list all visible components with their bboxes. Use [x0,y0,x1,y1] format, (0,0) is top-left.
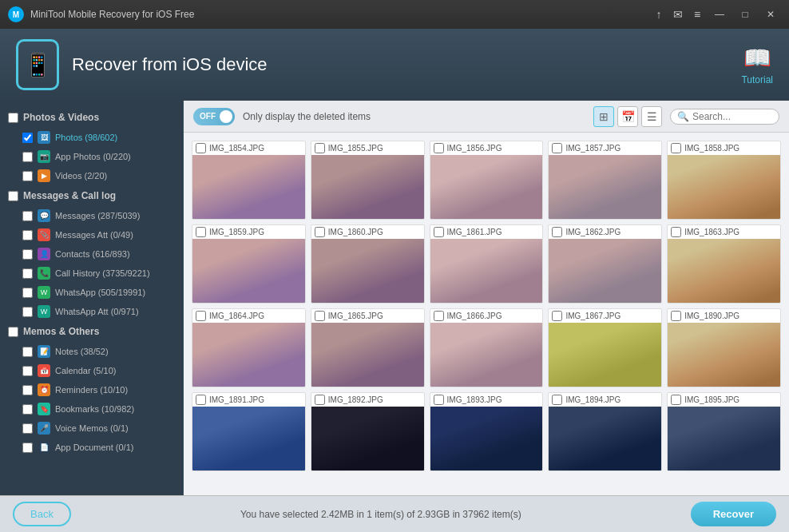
photo-name: IMG_1894.JPG [565,395,620,404]
photo-thumbnail [430,155,543,219]
photo-item[interactable]: IMG_1860.JPG [311,224,425,304]
section-checkbox-photos-videos[interactable] [8,113,18,123]
sidebar-item-contacts[interactable]: 👤 Contacts (616/893) [0,244,183,264]
sidebar-item-photos[interactable]: 🖼 Photos (98/602) [0,128,183,147]
photo-item[interactable]: IMG_1891.JPG [192,392,306,471]
photo-checkbox[interactable] [434,143,444,153]
photo-checkbox[interactable] [552,143,562,153]
item-checkbox-messages[interactable] [22,211,33,221]
menu-icon[interactable]: ≡ [690,7,704,22]
search-input[interactable] [692,111,772,122]
item-checkbox-reminders[interactable] [22,385,33,395]
photo-item[interactable]: IMG_1866.JPG [430,308,544,387]
item-checkbox-notes[interactable] [22,347,33,357]
photo-checkbox[interactable] [434,395,444,405]
photo-checkbox[interactable] [196,227,206,237]
recover-button[interactable]: Recover [691,502,776,526]
photo-checkbox[interactable] [196,395,206,405]
item-checkbox-videos[interactable] [22,171,33,181]
photo-item[interactable]: IMG_1865.JPG [311,308,425,387]
sidebar-item-videos[interactable]: ▶ Videos (2/20) [0,166,183,185]
photo-item[interactable]: IMG_1855.JPG [311,141,425,220]
sidebar-item-messages[interactable]: 💬 Messages (287/5039) [0,206,183,225]
photo-item[interactable]: IMG_1867.JPG [548,308,662,387]
photo-item[interactable]: IMG_1894.JPG [548,392,662,471]
item-checkbox-whatsapp-att[interactable] [22,307,33,317]
sidebar-item-notes[interactable]: 📝 Notes (38/52) [0,342,183,361]
photos-label: Photos (98/602) [55,133,117,142]
mail-icon[interactable]: ✉ [671,7,685,22]
photo-item[interactable]: IMG_1856.JPG [430,141,544,220]
photo-checkbox[interactable] [315,227,325,237]
item-checkbox-app-photos[interactable] [22,152,33,162]
status-text: You have selected 2.42MB in 1 item(s) of… [240,509,521,520]
item-checkbox-whatsapp[interactable] [22,288,33,298]
sidebar-item-messages-att[interactable]: 📎 Messages Att (0/49) [0,225,183,244]
calendar-view-button[interactable]: 📅 [617,106,638,127]
item-checkbox-call-history[interactable] [22,268,33,279]
upload-icon[interactable]: ↑ [652,7,666,22]
item-checkbox-calendar[interactable] [22,366,33,376]
photo-item[interactable]: IMG_1890.JPG [667,308,781,387]
back-button[interactable]: Back [13,502,71,526]
item-checkbox-voice-memos[interactable] [22,423,33,434]
photo-thumbnail [668,407,780,470]
sidebar-item-call-history[interactable]: 📞 Call History (3735/9221) [0,264,183,283]
section-checkbox-memos[interactable] [8,327,18,337]
maximize-button[interactable]: □ [735,4,755,25]
photo-thumbnail [311,323,424,387]
photo-thumbnail [549,323,661,387]
toggle-deleted-button[interactable]: OFF [193,108,235,125]
grid-view-button[interactable]: ⊞ [593,106,614,127]
photo-item[interactable]: IMG_1859.JPG [192,224,306,304]
photo-checkbox[interactable] [434,311,444,321]
sidebar-item-reminders[interactable]: ⏰ Reminders (10/10) [0,380,183,399]
photo-item[interactable]: IMG_1892.JPG [311,392,425,471]
sidebar-item-bookmarks[interactable]: 🔖 Bookmarks (10/982) [0,399,183,419]
tutorial-button[interactable]: 📖 Tutorial [741,45,773,85]
photo-checkbox[interactable] [671,395,681,405]
photo-checkbox[interactable] [552,227,562,237]
photo-checkbox[interactable] [434,227,444,237]
photo-thumbnail [311,407,424,470]
photo-item[interactable]: IMG_1857.JPG [548,141,662,220]
sidebar-item-whatsapp[interactable]: W WhatsApp (505/19991) [0,283,183,302]
sidebar-item-voice-memos[interactable]: 🎤 Voice Memos (0/1) [0,419,183,438]
photo-item[interactable]: IMG_1861.JPG [430,224,544,304]
photo-thumbnail [549,407,661,470]
section-checkbox-messages[interactable] [8,191,18,201]
photo-header: IMG_1863.JPG [668,225,780,239]
photo-checkbox[interactable] [671,311,681,321]
sidebar-item-whatsapp-att[interactable]: W WhatsApp Att (0/971) [0,302,183,321]
toolbar: OFF Only display the deleted items ⊞ 📅 ☰… [184,101,789,133]
photo-item[interactable]: IMG_1895.JPG [667,392,781,471]
photo-checkbox[interactable] [552,395,562,405]
photo-item[interactable]: IMG_1862.JPG [548,224,662,304]
item-checkbox-contacts[interactable] [22,249,33,260]
sidebar-item-app-photos[interactable]: 📷 App Photos (0/220) [0,147,183,166]
photo-item[interactable]: IMG_1858.JPG [667,141,781,220]
photo-checkbox[interactable] [315,311,325,321]
minimize-button[interactable]: — [709,4,730,25]
photo-item[interactable]: IMG_1863.JPG [667,224,781,304]
sidebar-item-app-document[interactable]: 📄 App Document (0/1) [0,438,183,457]
photo-checkbox[interactable] [671,143,681,153]
close-button[interactable]: ✕ [760,4,781,25]
app-photos-icon: 📷 [38,150,50,163]
item-checkbox-messages-att[interactable] [22,230,33,240]
photo-checkbox[interactable] [315,143,325,153]
photo-checkbox[interactable] [196,311,206,321]
photo-checkbox[interactable] [315,395,325,405]
photo-header: IMG_1867.JPG [549,309,661,323]
photo-item[interactable]: IMG_1864.JPG [192,308,306,387]
item-checkbox-app-document[interactable] [22,443,33,453]
list-view-button[interactable]: ☰ [641,106,662,127]
photo-checkbox[interactable] [552,311,562,321]
sidebar-item-calendar[interactable]: 📅 Calendar (5/10) [0,361,183,380]
item-checkbox-bookmarks[interactable] [22,404,33,415]
photo-item[interactable]: IMG_1854.JPG [192,141,306,220]
photo-item[interactable]: IMG_1893.JPG [430,392,544,471]
item-checkbox-photos[interactable] [22,133,33,143]
photo-checkbox[interactable] [196,143,206,153]
photo-checkbox[interactable] [671,227,681,237]
